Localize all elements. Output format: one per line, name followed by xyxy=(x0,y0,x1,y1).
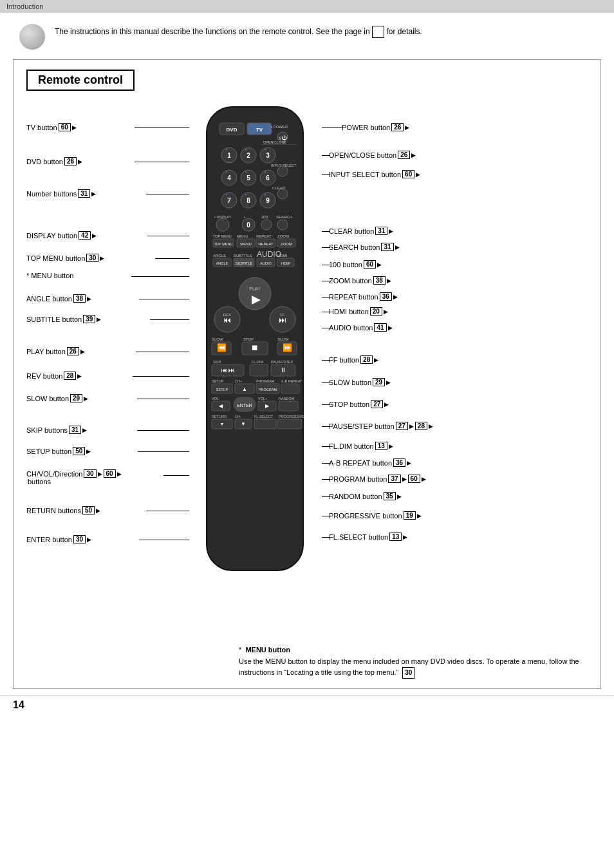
top-bar: Introduction xyxy=(0,0,614,13)
label-pausestep-button: PAUSE/STEP button 27▶ 28▶ xyxy=(329,422,433,430)
svg-rect-130 xyxy=(277,419,302,429)
svg-text:•: • xyxy=(226,193,227,196)
footnote-star: * xyxy=(239,646,243,654)
svg-text:PAUSE/STEP: PAUSE/STEP xyxy=(271,360,293,364)
svg-text:PROGRESSIVE: PROGRESSIVE xyxy=(279,415,304,419)
svg-text:⏪: ⏪ xyxy=(217,343,227,352)
svg-text:•: • xyxy=(245,170,247,174)
footnote-title: MENU button xyxy=(245,646,290,654)
svg-text:2: 2 xyxy=(247,152,250,159)
svg-text:SLOW: SLOW xyxy=(212,337,223,341)
svg-rect-9 xyxy=(261,144,297,145)
label-fldim-button: FL.DIM button 13▶ xyxy=(329,442,393,450)
svg-text:HDMI: HDMI xyxy=(281,261,291,265)
label-flselect-button: FL.SELECT button 13▶ xyxy=(329,533,407,541)
label-stop-button: STOP button 27▶ xyxy=(329,400,389,408)
svg-text:AUDIO: AUDIO xyxy=(260,261,272,265)
svg-rect-96 xyxy=(250,364,268,376)
svg-text:FL.SELECT: FL.SELECT xyxy=(254,415,274,419)
svg-text:A-B REPEAT: A-B REPEAT xyxy=(281,379,302,383)
label-zoom-button: ZOOM button 38▶ xyxy=(329,276,391,285)
svg-text:SLOW: SLOW xyxy=(277,337,289,341)
svg-text:STOP: STOP xyxy=(243,337,254,341)
label-search-button: SEARCH button 31▶ xyxy=(329,243,400,251)
svg-point-47 xyxy=(261,220,272,230)
svg-text:6: 6 xyxy=(266,175,270,182)
svg-text:⏩: ⏩ xyxy=(283,343,292,352)
svg-text:MENU: MENU xyxy=(237,234,248,238)
svg-point-49 xyxy=(277,220,288,230)
svg-text:SETUP: SETUP xyxy=(212,379,224,383)
remote-title: Remote control xyxy=(26,70,135,91)
label-hdmi-button: HDMI button 20▶ xyxy=(329,307,388,316)
svg-text:TV: TV xyxy=(256,127,263,133)
svg-text:•: • xyxy=(265,147,266,151)
label-program-button: PROGRAM button 37▶ 60▶ xyxy=(329,475,426,483)
label-clear-button: CLEAR button 31▶ xyxy=(329,227,393,235)
svg-text:▶: ▶ xyxy=(265,403,270,409)
label-subtitle-button: SUBTITLE button 39▶ xyxy=(26,315,101,323)
label-display-button: DISPLAY button 42▶ xyxy=(26,231,97,240)
svg-text:◀: ◀ xyxy=(219,403,223,409)
svg-text:•: • xyxy=(265,193,266,196)
page-box xyxy=(372,26,384,38)
label-100-button: 100 button 60▶ xyxy=(329,260,382,269)
svg-text:ZOOM: ZOOM xyxy=(281,242,292,246)
svg-text:CH-: CH- xyxy=(235,415,241,419)
label-number-buttons: Number buttons 31▶ xyxy=(26,189,96,198)
label-repeat-button: REPEAT button 36▶ xyxy=(329,292,398,301)
svg-text:ZOOM: ZOOM xyxy=(277,234,289,238)
intro-section: The instructions in this manual describe… xyxy=(0,13,614,56)
label-setup-button: SETUP button 50▶ xyxy=(26,447,91,455)
svg-text:•: • xyxy=(245,193,247,196)
svg-text:⏹: ⏹ xyxy=(251,343,259,352)
svg-text:5: 5 xyxy=(247,175,250,182)
svg-text:⏭: ⏭ xyxy=(279,316,286,325)
intro-text: The instructions in this manual describe… xyxy=(55,23,422,38)
svg-text:CH+: CH+ xyxy=(235,379,242,383)
label-skip-buttons: SKIP buttons 31▶ xyxy=(26,426,87,434)
page-number: 14 xyxy=(0,695,614,714)
svg-text:•: • xyxy=(265,170,266,174)
svg-text:VOL+: VOL+ xyxy=(258,397,267,401)
circle-icon xyxy=(19,24,45,50)
svg-text:FL.DIM: FL.DIM xyxy=(252,360,263,364)
label-menu-button: * MENU button xyxy=(26,272,73,279)
svg-text:3: 3 xyxy=(266,152,270,159)
label-chvol-buttons: CH/VOL/Direction 30▶ 60▶ buttons xyxy=(26,469,122,486)
label-angle-button: ANGLE button 38▶ xyxy=(26,294,91,303)
svg-text:•: • xyxy=(245,147,247,151)
label-progressive-button: PROGRESSIVE button 19▶ xyxy=(329,511,422,520)
svg-point-31 xyxy=(277,189,288,199)
svg-text:•: • xyxy=(244,215,245,219)
svg-text:SUBTITLE: SUBTITLE xyxy=(236,261,253,265)
svg-text:MENU: MENU xyxy=(240,242,252,246)
svg-text:PROGRAM: PROGRAM xyxy=(256,379,275,383)
label-top-menu-button: TOP MENU button 30▶ xyxy=(26,254,104,262)
label-input-select-button: INPUT SELECT button 60▶ xyxy=(329,170,420,178)
svg-text:SKIP: SKIP xyxy=(213,360,221,364)
svg-text:▲: ▲ xyxy=(242,386,247,392)
label-dvd-button: DVD button 26▶ xyxy=(26,157,82,165)
remote-svg: DVD TV • POWER I/⏻ OPEN/CLOSE 1 • 2 • xyxy=(187,104,322,619)
svg-text:•: • xyxy=(226,147,227,151)
svg-text:• POWER: • POWER xyxy=(271,125,288,129)
footnote-ref: 30 xyxy=(402,667,414,679)
remote-container: Remote control DVD TV • POWER I/⏻ OPEN/C… xyxy=(13,59,601,689)
label-power-button: POWER button 26▶ xyxy=(342,123,409,131)
label-slow-button-left: SLOW button 29▶ xyxy=(26,394,88,402)
svg-text:•: • xyxy=(226,170,227,174)
svg-text:▼: ▼ xyxy=(220,422,225,426)
svg-text:SETUP: SETUP xyxy=(216,388,228,392)
label-play-button: PLAY button 26▶ xyxy=(26,347,85,355)
svg-text:TOP MENU: TOP MENU xyxy=(214,242,233,246)
svg-text:REPEAT: REPEAT xyxy=(258,242,274,246)
svg-rect-120 xyxy=(279,401,298,411)
svg-text:HDMI: HDMI xyxy=(277,254,288,258)
section-label: Introduction xyxy=(6,3,43,10)
svg-text:OPEN/CLOSE: OPEN/CLOSE xyxy=(263,140,286,144)
svg-text:PROGRAM: PROGRAM xyxy=(259,388,277,392)
svg-text:0: 0 xyxy=(247,222,250,229)
svg-text:9: 9 xyxy=(266,197,270,204)
svg-text:⏮: ⏮ xyxy=(223,316,231,325)
